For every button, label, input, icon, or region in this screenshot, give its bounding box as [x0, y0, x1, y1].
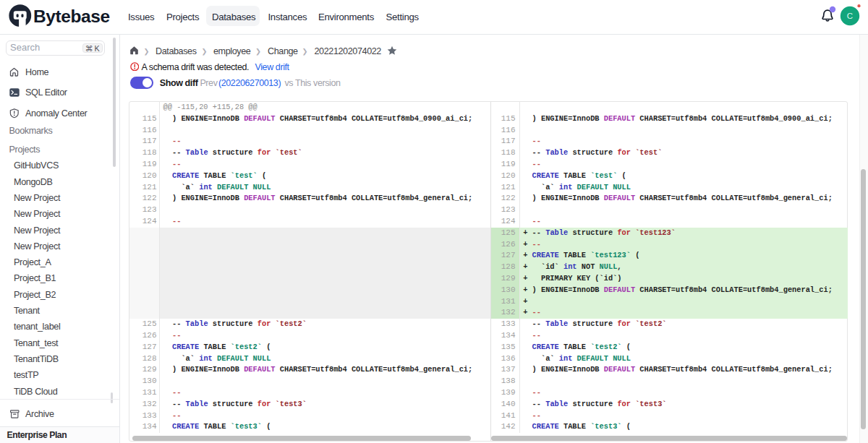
svg-text:C: C	[847, 12, 853, 20]
